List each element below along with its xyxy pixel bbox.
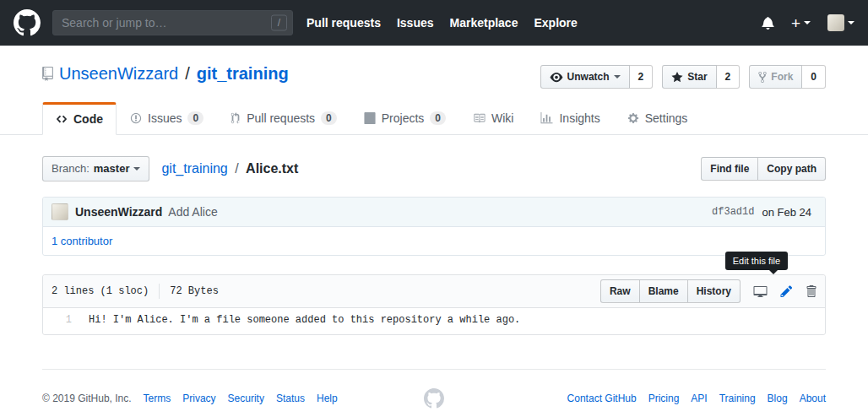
caret-down-icon <box>133 167 140 171</box>
commit-date: on Feb 24 <box>762 206 811 219</box>
fork-button[interactable]: Fork <box>749 65 802 89</box>
tab-code[interactable]: Code <box>42 102 117 135</box>
repo-owner-link[interactable]: UnseenWizzard <box>59 64 178 84</box>
footer-link-blog[interactable]: Blog <box>768 393 788 404</box>
raw-button[interactable]: Raw <box>600 279 640 303</box>
main-content: Branch: master git_training / Alice.txt … <box>42 156 826 404</box>
tab-wiki-label: Wiki <box>491 111 513 125</box>
star-button[interactable]: Star <box>662 65 716 89</box>
breadcrumb: git_training / Alice.txt <box>161 161 298 176</box>
footer-link-status[interactable]: Status <box>276 393 305 404</box>
caret-down-icon <box>804 21 811 24</box>
delete-file-trash-icon[interactable] <box>806 284 816 298</box>
caret-down-icon <box>614 75 621 79</box>
repo-icon <box>42 67 53 81</box>
issues-counter: 0 <box>187 111 203 125</box>
footer-link-api[interactable]: API <box>691 393 707 404</box>
edit-file-pencil-icon[interactable] <box>780 284 793 298</box>
open-in-desktop-icon[interactable] <box>753 284 768 298</box>
file-navigation: Branch: master git_training / Alice.txt … <box>42 156 826 181</box>
notifications-bell-icon[interactable] <box>762 16 774 30</box>
search-shortcut-hint: / <box>271 15 287 31</box>
file-info-divider <box>159 284 160 299</box>
tab-projects[interactable]: Projects 0 <box>350 102 459 134</box>
nav-issues[interactable]: Issues <box>397 16 434 30</box>
eye-icon <box>550 71 563 84</box>
tab-insights-label: Insights <box>559 111 599 125</box>
repo-header-section: UnseenWizzard / git_training Unwatch 2 <box>0 46 868 135</box>
watchers-count[interactable]: 2 <box>630 65 654 89</box>
nav-pull-requests[interactable]: Pull requests <box>307 16 381 30</box>
copyright-text: © 2019 GitHub, Inc. <box>42 393 132 404</box>
footer-link-help[interactable]: Help <box>317 393 338 404</box>
breadcrumb-separator: / <box>235 161 238 176</box>
nav-explore[interactable]: Explore <box>534 16 577 30</box>
projects-counter: 0 <box>430 111 446 125</box>
history-button[interactable]: History <box>687 279 741 303</box>
create-new-menu[interactable]: + <box>791 15 811 31</box>
blame-button[interactable]: Blame <box>639 279 688 303</box>
commit-sha-link[interactable]: df3ad1d <box>712 206 754 218</box>
footer-link-pricing[interactable]: Pricing <box>648 393 680 404</box>
footer-link-training[interactable]: Training <box>719 393 756 404</box>
star-label: Star <box>687 68 707 85</box>
nav-marketplace[interactable]: Marketplace <box>450 16 518 30</box>
code-icon <box>56 113 68 125</box>
footer-link-privacy[interactable]: Privacy <box>182 393 215 404</box>
line-number[interactable]: 1 <box>43 311 79 328</box>
fork-label: Fork <box>771 68 793 85</box>
footer-link-security[interactable]: Security <box>228 393 264 404</box>
edit-file-tooltip: Edit this file <box>725 252 788 270</box>
repo-name-link[interactable]: git_training <box>197 64 289 84</box>
graph-icon <box>540 112 553 124</box>
fork-icon <box>758 71 767 84</box>
breadcrumb-repo-link[interactable]: git_training <box>161 161 227 176</box>
github-logo-icon[interactable] <box>14 9 41 36</box>
tab-pull-requests[interactable]: Pull requests 0 <box>217 102 350 134</box>
raw-blame-history-group: Raw Blame History <box>600 279 741 303</box>
commit-author-avatar[interactable] <box>52 203 68 220</box>
branch-label: Branch: <box>52 160 90 177</box>
commit-author-link[interactable]: UnseenWizzard <box>75 205 162 219</box>
file-header-bar: 2 lines (1 sloc) 72 Bytes Raw Blame Hist… <box>43 275 825 308</box>
file-nav-buttons: Find file Copy path <box>701 157 826 181</box>
copy-path-button[interactable]: Copy path <box>757 157 826 181</box>
search-box: / <box>52 10 293 35</box>
tab-pull-requests-label: Pull requests <box>247 111 315 125</box>
commit-message-link[interactable]: Add Alice <box>168 205 217 219</box>
repo-title: UnseenWizzard / git_training <box>42 64 289 84</box>
user-avatar-menu[interactable] <box>827 14 854 31</box>
tab-issues[interactable]: Issues 0 <box>117 102 217 134</box>
find-file-button[interactable]: Find file <box>701 157 758 181</box>
stargazers-count[interactable]: 2 <box>717 65 741 89</box>
issue-icon <box>130 112 142 124</box>
contributors-link[interactable]: 1 contributor <box>52 235 112 247</box>
footer-link-about[interactable]: About <box>800 393 826 404</box>
search-input[interactable] <box>52 10 293 35</box>
tab-issues-label: Issues <box>148 111 182 125</box>
unwatch-button[interactable]: Unwatch <box>540 65 630 89</box>
file-lines-info: 2 lines (1 sloc) <box>52 285 149 297</box>
line-content: Hi! I'm Alice. I'm a file someone added … <box>79 311 520 328</box>
tab-wiki[interactable]: Wiki <box>459 102 527 134</box>
footer-github-logo-icon[interactable] <box>424 388 444 409</box>
repo-tabs: Code Issues 0 Pull requests 0 Projects 0… <box>42 102 826 134</box>
forks-count[interactable]: 0 <box>802 65 826 89</box>
footer-divider <box>42 369 826 370</box>
repo-title-separator: / <box>185 64 190 84</box>
header-nav: Pull requests Issues Marketplace Explore <box>307 16 578 30</box>
gear-icon <box>627 112 639 124</box>
top-header: / Pull requests Issues Marketplace Explo… <box>0 0 868 46</box>
tab-insights[interactable]: Insights <box>527 102 613 134</box>
book-icon <box>473 112 486 124</box>
plus-icon: + <box>791 15 800 31</box>
star-icon <box>671 71 683 84</box>
footer-link-terms[interactable]: Terms <box>144 393 171 404</box>
tab-settings[interactable]: Settings <box>614 102 702 134</box>
footer-link-contact[interactable]: Contact GitHub <box>567 393 637 404</box>
tab-settings-label: Settings <box>645 111 688 125</box>
site-footer: © 2019 GitHub, Inc. Terms Privacy Securi… <box>42 393 826 404</box>
branch-select-button[interactable]: Branch: master <box>42 156 149 181</box>
project-icon <box>364 112 376 124</box>
user-avatar <box>827 14 844 31</box>
